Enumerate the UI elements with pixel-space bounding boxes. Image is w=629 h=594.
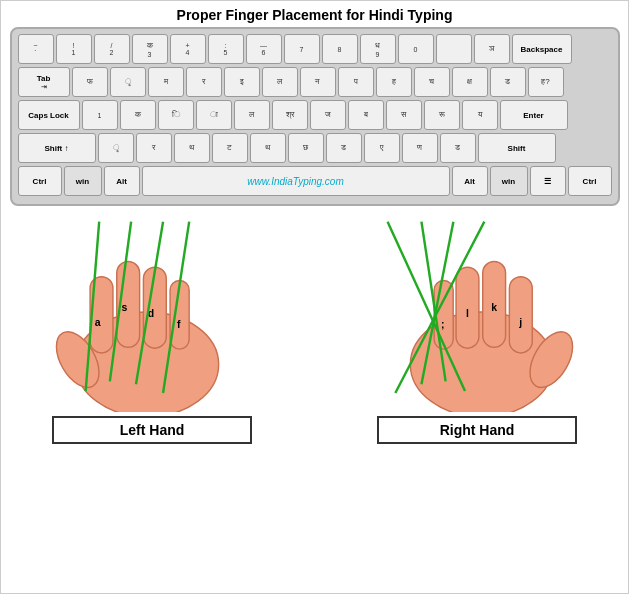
key-ctrl-right[interactable]: Ctrl xyxy=(568,166,612,196)
key-shift-left[interactable]: Shift ↑ xyxy=(18,133,96,163)
key-c[interactable]: थ xyxy=(174,133,210,163)
key-backtick[interactable]: ~` xyxy=(18,34,54,64)
key-t[interactable]: इ xyxy=(224,67,260,97)
svg-text:a: a xyxy=(95,317,101,328)
key-1[interactable]: !1 xyxy=(56,34,92,64)
key-rbracket[interactable]: ड xyxy=(490,67,526,97)
main-container: Proper Finger Placement for Hindi Typing… xyxy=(0,0,629,594)
right-hand-label: Right Hand xyxy=(377,416,577,444)
key-0[interactable]: 0 xyxy=(398,34,434,64)
right-hand-svg: ; l k j xyxy=(357,212,597,412)
key-i[interactable]: प xyxy=(338,67,374,97)
key-e[interactable]: म xyxy=(148,67,184,97)
svg-text:d: d xyxy=(148,308,154,319)
key-comma[interactable]: ए xyxy=(364,133,400,163)
key-6[interactable]: —6 xyxy=(246,34,282,64)
keyboard-row-1: ~` !1 /2 क3 +4 :5 —6 7 8 ध9 0 ञ Backspac… xyxy=(18,34,612,64)
key-period[interactable]: ण xyxy=(402,133,438,163)
key-w[interactable]: ृ xyxy=(110,67,146,97)
svg-text:;: ; xyxy=(441,319,445,330)
key-m[interactable]: ड xyxy=(326,133,362,163)
key-a[interactable]: 1 xyxy=(82,100,118,130)
svg-rect-12 xyxy=(434,281,453,350)
key-alt-right[interactable]: Alt xyxy=(452,166,488,196)
key-equals[interactable]: ञ xyxy=(474,34,510,64)
right-hand-container: ; l k j Right Hand xyxy=(335,212,620,444)
key-minus[interactable] xyxy=(436,34,472,64)
key-capslock[interactable]: Caps Lock xyxy=(18,100,80,130)
key-r[interactable]: र xyxy=(186,67,222,97)
svg-text:k: k xyxy=(491,302,497,313)
svg-rect-3 xyxy=(117,262,140,348)
key-tab[interactable]: Tab⇥ xyxy=(18,67,70,97)
svg-rect-4 xyxy=(143,267,166,348)
key-k[interactable]: ब xyxy=(348,100,384,130)
svg-rect-2 xyxy=(90,277,113,353)
key-5[interactable]: :5 xyxy=(208,34,244,64)
key-q[interactable]: फ xyxy=(72,67,108,97)
keyboard: ~` !1 /2 क3 +4 :5 —6 7 8 ध9 0 ञ Backspac… xyxy=(10,27,620,206)
key-j[interactable]: ज xyxy=(310,100,346,130)
key-lbracket[interactable]: क्ष xyxy=(452,67,488,97)
page-title: Proper Finger Placement for Hindi Typing xyxy=(177,7,453,23)
key-n[interactable]: छ xyxy=(288,133,324,163)
key-ctrl-left[interactable]: Ctrl xyxy=(18,166,62,196)
svg-text:f: f xyxy=(177,319,181,330)
keyboard-row-4: Shift ↑ ृ र थ ट थ छ ड ए ण ड Shift xyxy=(18,133,612,163)
key-slash[interactable]: ड xyxy=(440,133,476,163)
left-hand-container: a s d f Left Hand xyxy=(10,212,295,444)
keyboard-row-5: Ctrl win Alt www.IndiaTyping.com Alt win… xyxy=(18,166,612,196)
key-space[interactable]: www.IndiaTyping.com xyxy=(142,166,450,196)
left-hand-svg: a s d f xyxy=(32,212,272,412)
svg-text:s: s xyxy=(121,302,127,313)
key-backslash[interactable]: ह? xyxy=(528,67,564,97)
key-shift-right[interactable]: Shift xyxy=(478,133,556,163)
hands-area: a s d f Left Hand xyxy=(10,212,620,444)
key-menu[interactable]: ☰ xyxy=(530,166,566,196)
svg-rect-5 xyxy=(170,281,189,350)
svg-rect-15 xyxy=(509,277,532,353)
key-9[interactable]: ध9 xyxy=(360,34,396,64)
key-7[interactable]: 7 xyxy=(284,34,320,64)
key-b[interactable]: थ xyxy=(250,133,286,163)
key-backspace[interactable]: Backspace xyxy=(512,34,572,64)
key-o[interactable]: ह xyxy=(376,67,412,97)
key-z[interactable]: ृ xyxy=(98,133,134,163)
key-quote[interactable]: य xyxy=(462,100,498,130)
website-text: www.IndiaTyping.com xyxy=(247,176,344,187)
key-win-left[interactable]: win xyxy=(64,166,102,196)
key-2[interactable]: /2 xyxy=(94,34,130,64)
key-f[interactable]: ा xyxy=(196,100,232,130)
key-alt-left[interactable]: Alt xyxy=(104,166,140,196)
key-u[interactable]: न xyxy=(300,67,336,97)
key-p[interactable]: च xyxy=(414,67,450,97)
key-4[interactable]: +4 xyxy=(170,34,206,64)
key-3[interactable]: क3 xyxy=(132,34,168,64)
key-l[interactable]: स xyxy=(386,100,422,130)
key-g[interactable]: ल xyxy=(234,100,270,130)
left-hand-label: Left Hand xyxy=(52,416,252,444)
key-y[interactable]: ल xyxy=(262,67,298,97)
key-d[interactable]: ि xyxy=(158,100,194,130)
svg-text:l: l xyxy=(466,308,469,319)
key-s[interactable]: क xyxy=(120,100,156,130)
keyboard-row-2: Tab⇥ फ ृ म र इ ल न प ह च क्ष ड ह? xyxy=(18,67,612,97)
key-v[interactable]: ट xyxy=(212,133,248,163)
svg-text:j: j xyxy=(518,317,522,328)
hands-section: a s d f Left Hand xyxy=(10,210,620,444)
key-win-right[interactable]: win xyxy=(490,166,528,196)
key-x[interactable]: र xyxy=(136,133,172,163)
key-h[interactable]: श्र xyxy=(272,100,308,130)
key-semicolon[interactable]: रू xyxy=(424,100,460,130)
keyboard-row-3: Caps Lock 1 क ि ा ल श्र ज ब स रू य Enter xyxy=(18,100,612,130)
key-enter[interactable]: Enter xyxy=(500,100,568,130)
key-8[interactable]: 8 xyxy=(322,34,358,64)
